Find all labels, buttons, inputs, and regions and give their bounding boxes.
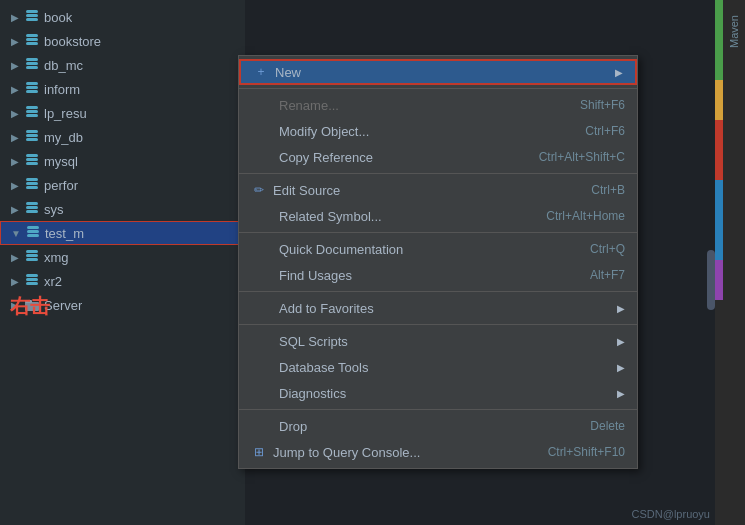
submenu-arrow-icon: ▶ <box>617 303 625 314</box>
chevron-icon: ▶ <box>8 82 22 96</box>
menu-item-db_tools[interactable]: Database Tools▶ <box>239 354 637 380</box>
menu-item-rename[interactable]: Rename...Shift+F6 <box>239 92 637 118</box>
svg-rect-6 <box>26 58 38 61</box>
svg-rect-13 <box>26 110 38 113</box>
db-icon <box>25 225 41 241</box>
sidebar-item-perfor[interactable]: ▶ perfor <box>0 173 245 197</box>
svg-rect-20 <box>26 162 38 165</box>
svg-rect-12 <box>26 106 38 109</box>
menu-item-find_usages[interactable]: Find UsagesAlt+F7 <box>239 262 637 288</box>
menu-item-related[interactable]: Related Symbol...Ctrl+Alt+Home <box>239 203 637 229</box>
chevron-icon: ▶ <box>8 106 22 120</box>
db-icon <box>24 81 40 97</box>
menu-item-diagnostics[interactable]: Diagnostics▶ <box>239 380 637 406</box>
menu-item-modify[interactable]: Modify Object...Ctrl+F6 <box>239 118 637 144</box>
menu-item-favorites[interactable]: Add to Favorites▶ <box>239 295 637 321</box>
menu-item-label: Find Usages <box>279 268 352 283</box>
menu-item-shortcut: Ctrl+Alt+Shift+C <box>539 150 625 164</box>
svg-rect-22 <box>26 182 38 185</box>
menu-item-new[interactable]: +New▶ <box>239 59 637 85</box>
menu-item-left: Diagnostics <box>251 386 346 401</box>
svg-rect-7 <box>26 62 38 65</box>
menu-item-right: ▶ <box>617 388 625 399</box>
sidebar-item-xmg[interactable]: ▶ xmg <box>0 245 245 269</box>
watermark: CSDN@lpruoyu <box>632 508 710 520</box>
menu-item-right: Ctrl+B <box>591 183 625 197</box>
chevron-icon: ▶ <box>8 34 22 48</box>
menu-item-jump_query[interactable]: ⊞Jump to Query Console...Ctrl+Shift+F10 <box>239 439 637 465</box>
db-icon <box>24 249 40 265</box>
svg-rect-16 <box>26 134 38 137</box>
sidebar-item-label: xmg <box>44 250 69 265</box>
sidebar-item-inform[interactable]: ▶ inform <box>0 77 245 101</box>
color-bars <box>715 0 723 525</box>
svg-rect-3 <box>26 34 38 37</box>
svg-rect-28 <box>27 230 39 233</box>
menu-item-right: ▶ <box>617 336 625 347</box>
menu-item-drop[interactable]: DropDelete <box>239 413 637 439</box>
svg-rect-4 <box>26 38 38 41</box>
svg-rect-21 <box>26 178 38 181</box>
menu-item-edit_source[interactable]: ✏Edit SourceCtrl+B <box>239 177 637 203</box>
svg-rect-2 <box>26 18 38 21</box>
sidebar-item-mysql[interactable]: ▶ mysql <box>0 149 245 173</box>
menu-item-label: Database Tools <box>279 360 368 375</box>
svg-rect-1 <box>26 14 38 17</box>
menu-separator <box>239 324 637 325</box>
menu-item-shortcut: Delete <box>590 419 625 433</box>
menu-item-left: ✏Edit Source <box>251 182 340 198</box>
menu-item-left: Find Usages <box>251 268 352 283</box>
menu-item-left: Copy Reference <box>251 150 373 165</box>
sidebar-item-label: db_mc <box>44 58 83 73</box>
menu-item-shortcut: Alt+F7 <box>590 268 625 282</box>
sidebar-item-label: sys <box>44 202 64 217</box>
db-icon <box>24 9 40 25</box>
sidebar-item-db_mc[interactable]: ▶ db_mc <box>0 53 245 77</box>
sidebar-item-label: mysql <box>44 154 78 169</box>
menu-item-label: Diagnostics <box>279 386 346 401</box>
menu-item-icon: + <box>253 64 269 80</box>
menu-item-quick_doc[interactable]: Quick DocumentationCtrl+Q <box>239 236 637 262</box>
db-icon <box>24 57 40 73</box>
menu-item-copy_ref[interactable]: Copy ReferenceCtrl+Alt+Shift+C <box>239 144 637 170</box>
svg-rect-11 <box>26 90 38 93</box>
menu-item-label: New <box>275 65 301 80</box>
menu-item-shortcut: Ctrl+Alt+Home <box>546 209 625 223</box>
menu-item-sql_scripts[interactable]: SQL Scripts▶ <box>239 328 637 354</box>
sidebar-item-label: bookstore <box>44 34 101 49</box>
menu-item-label: Jump to Query Console... <box>273 445 420 460</box>
submenu-arrow-icon: ▶ <box>617 362 625 373</box>
menu-item-right: Ctrl+Alt+Shift+C <box>539 150 625 164</box>
svg-rect-18 <box>26 154 38 157</box>
sidebar-item-sys[interactable]: ▶ sys <box>0 197 245 221</box>
svg-rect-32 <box>26 258 38 261</box>
svg-rect-9 <box>26 82 38 85</box>
chevron-icon: ▶ <box>8 58 22 72</box>
maven-label: Maven <box>728 15 740 48</box>
menu-item-right: Ctrl+Alt+Home <box>546 209 625 223</box>
menu-item-left: ⊞Jump to Query Console... <box>251 444 420 460</box>
menu-item-icon: ⊞ <box>251 444 267 460</box>
sidebar-item-xr2[interactable]: ▶ xr2 <box>0 269 245 293</box>
menu-item-label: Rename... <box>279 98 339 113</box>
sidebar-item-test_m[interactable]: ▼ test_m <box>0 221 245 245</box>
menu-item-label: Edit Source <box>273 183 340 198</box>
menu-item-left: SQL Scripts <box>251 334 348 349</box>
menu-item-label: SQL Scripts <box>279 334 348 349</box>
menu-item-label: Copy Reference <box>279 150 373 165</box>
menu-item-left: Modify Object... <box>251 124 369 139</box>
scrollbar[interactable] <box>707 250 715 310</box>
sidebar-item-my_db[interactable]: ▶ my_db <box>0 125 245 149</box>
sidebar-item-label: inform <box>44 82 80 97</box>
svg-rect-25 <box>26 206 38 209</box>
menu-item-right: ▶ <box>617 303 625 314</box>
db-icon <box>24 153 40 169</box>
svg-rect-15 <box>26 130 38 133</box>
menu-item-right: Alt+F7 <box>590 268 625 282</box>
sidebar-item-bookstore[interactable]: ▶ bookstore <box>0 29 245 53</box>
sidebar-item-lp_resu[interactable]: ▶ lp_resu <box>0 101 245 125</box>
svg-rect-23 <box>26 186 38 189</box>
chevron-icon: ▶ <box>8 274 22 288</box>
menu-item-label: Modify Object... <box>279 124 369 139</box>
sidebar-item-book[interactable]: ▶ book <box>0 5 245 29</box>
